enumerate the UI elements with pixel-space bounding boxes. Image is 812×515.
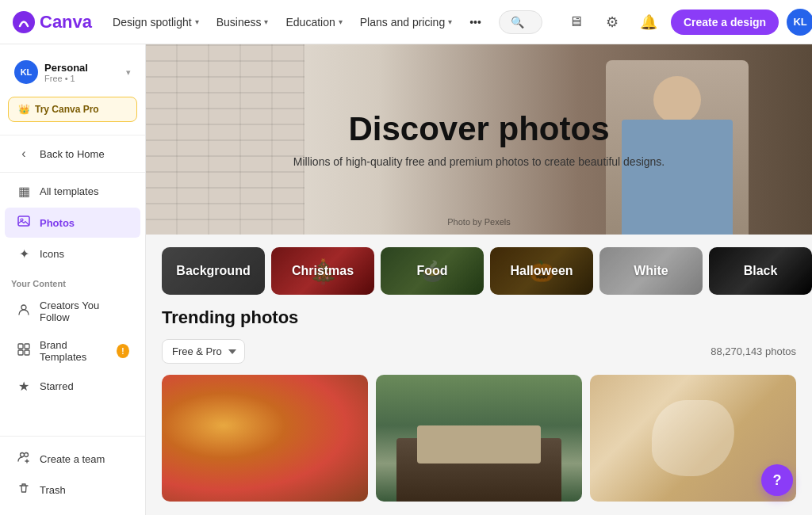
photos-count: 88,270,143 photos (710, 345, 796, 357)
sidebar-item-all-templates[interactable]: ▦ All templates (5, 177, 140, 206)
account-chevron-icon: ▾ (126, 67, 131, 78)
category-chip-black[interactable]: Black (709, 247, 812, 295)
sidebar-item-back-home[interactable]: ‹ Back to Home (5, 139, 140, 168)
hero-banner: Discover photos Millions of high-quality… (146, 44, 812, 235)
category-chip-halloween[interactable]: 🎃 Halloween (490, 247, 593, 295)
chip-label-christmas: Christmas (292, 264, 354, 278)
avatar[interactable]: KL (787, 9, 812, 36)
nav-plans[interactable]: Plans and pricing ▾ (352, 11, 460, 33)
logo[interactable]: Canva (13, 11, 92, 33)
nav-design-spotlight-label: Design spotlight (113, 16, 192, 29)
account-info: Personal Free • 1 (44, 62, 120, 83)
sidebar-back-home-label: Back to Home (40, 148, 105, 160)
back-icon: ‹ (16, 147, 32, 161)
sidebar-item-starred[interactable]: ★ Starred (5, 372, 140, 401)
category-chip-christmas[interactable]: 🎄 Christmas (271, 247, 374, 295)
trending-header: Trending photos (162, 307, 796, 328)
templates-icon: ▦ (16, 184, 32, 199)
settings-button[interactable]: ⚙ (598, 8, 626, 36)
bell-icon: 🔔 (640, 13, 657, 31)
nav-plans-label: Plans and pricing (360, 16, 445, 29)
sidebar-item-brand-templates[interactable]: Brand Templates ! (5, 332, 140, 370)
hero-subtitle: Millions of high-quality free and premiu… (293, 155, 665, 168)
svg-rect-6 (18, 350, 23, 355)
create-team-icon (16, 451, 32, 467)
hero-content: Discover photos Millions of high-quality… (146, 44, 812, 235)
chevron-icon: ▾ (448, 17, 452, 26)
chevron-icon: ▾ (264, 17, 268, 26)
photo-card-1[interactable] (162, 375, 368, 502)
sidebar-icons-label: Icons (40, 248, 64, 260)
hero-credit: Photo by Pexels (447, 217, 511, 227)
category-chips: Background 🎄 Christmas 🍲 Food (146, 235, 812, 307)
nav-right: 🖥 ⚙ 🔔 Create a design KL (561, 8, 812, 36)
svg-rect-5 (25, 344, 29, 349)
brand-templates-icon (16, 343, 32, 359)
topnav: Canva Design spotlight ▾ Business ▾ Educ… (0, 0, 812, 44)
sidebar-item-trash[interactable]: Trash (5, 475, 140, 505)
sidebar-item-icons[interactable]: ✦ Icons (5, 239, 140, 269)
category-chip-background[interactable]: Background (162, 247, 265, 295)
photo-grid (162, 375, 796, 502)
nav-menu: Design spotlight ▾ Business ▾ Education … (105, 11, 489, 33)
settings-icon: ⚙ (606, 13, 619, 31)
photos-icon (16, 215, 32, 231)
creators-icon (16, 303, 32, 319)
svg-rect-4 (18, 344, 23, 349)
nav-education[interactable]: Education ▾ (278, 11, 350, 33)
chip-label-background: Background (176, 264, 250, 278)
sidebar-item-create-team[interactable]: Create a team (5, 444, 140, 474)
trash-icon (16, 482, 32, 498)
nav-business[interactable]: Business ▾ (209, 11, 277, 33)
chip-label-black: Black (744, 264, 778, 278)
sidebar-creators-label: Creators You Follow (40, 299, 129, 323)
create-design-button[interactable]: Create a design (671, 10, 779, 35)
logo-text: Canva (40, 12, 92, 32)
nav-more[interactable]: ••• (462, 11, 489, 33)
sidebar-item-photos[interactable]: Photos (5, 208, 140, 238)
trending-title: Trending photos (162, 307, 298, 328)
sidebar-trash-label: Trash (40, 484, 66, 496)
sidebar: KL Personal Free • 1 ▾ 👑 Try Canva Pro ‹… (0, 44, 146, 515)
help-button[interactable]: ? (761, 464, 793, 496)
photo-card-2-image (376, 375, 582, 502)
search-bar[interactable]: 🔍 (499, 10, 542, 34)
nav-education-label: Education (285, 16, 335, 29)
photo-card-1-image (162, 375, 368, 502)
monitor-button[interactable]: 🖥 (561, 8, 590, 36)
layout: KL Personal Free • 1 ▾ 👑 Try Canva Pro ‹… (0, 44, 812, 515)
filter-select[interactable]: Free & Pro Free Pro (162, 339, 245, 364)
account-switcher[interactable]: KL Personal Free • 1 ▾ (5, 54, 140, 93)
starred-icon: ★ (16, 379, 32, 394)
bell-button[interactable]: 🔔 (634, 8, 663, 36)
sidebar-item-creators[interactable]: Creators You Follow (5, 292, 140, 330)
crown-icon: 👑 (18, 104, 30, 115)
nav-business-label: Business (216, 16, 262, 29)
chip-label-halloween: Halloween (510, 264, 573, 278)
nav-design-spotlight[interactable]: Design spotlight ▾ (105, 11, 207, 33)
icons-icon: ✦ (16, 246, 32, 261)
sidebar-all-templates-label: All templates (40, 185, 98, 197)
svg-point-2 (21, 219, 23, 221)
account-name: Personal (44, 62, 120, 74)
photo-card-2[interactable] (376, 375, 582, 502)
search-icon: 🔍 (511, 16, 524, 29)
sidebar-brand-templates-label: Brand Templates (40, 339, 109, 363)
hero-title: Discover photos (348, 111, 609, 147)
try-pro-button[interactable]: 👑 Try Canva Pro (8, 97, 137, 122)
your-content-label: Your Content (0, 269, 145, 292)
svg-point-3 (21, 305, 26, 310)
chevron-icon: ▾ (195, 17, 199, 26)
category-chip-white[interactable]: White (599, 247, 703, 295)
sidebar-create-team-label: Create a team (40, 453, 105, 465)
try-pro-label: Try Canva Pro (35, 104, 99, 115)
svg-rect-7 (25, 350, 29, 355)
sidebar-starred-label: Starred (40, 380, 74, 392)
svg-point-8 (21, 453, 25, 457)
svg-point-9 (25, 453, 29, 457)
divider (0, 172, 145, 173)
sidebar-bottom: Create a team Trash (0, 436, 145, 505)
category-chip-food[interactable]: 🍲 Food (381, 247, 484, 295)
sidebar-photos-label: Photos (40, 217, 75, 229)
monitor-icon: 🖥 (569, 13, 583, 30)
